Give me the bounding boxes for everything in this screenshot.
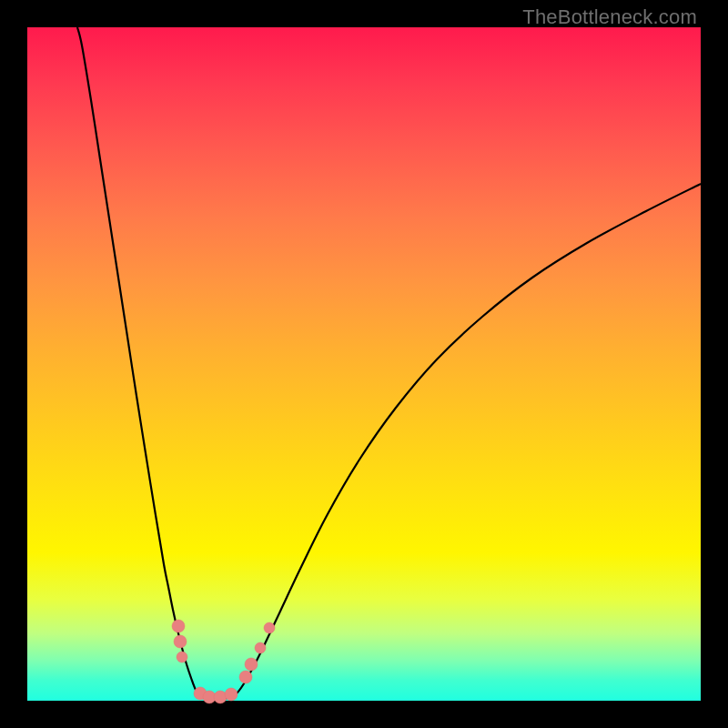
watermark-text: TheBottleneck.com (522, 5, 697, 29)
data-marker (174, 635, 187, 648)
data-marker (239, 671, 252, 683)
data-marker (172, 620, 185, 632)
bottleneck-curve (77, 27, 701, 699)
data-marker (245, 658, 258, 671)
data-marker (177, 652, 187, 662)
data-marker (214, 691, 227, 703)
data-marker (255, 642, 266, 653)
marker-group (172, 620, 275, 703)
data-marker (225, 688, 238, 701)
curve-layer (27, 27, 701, 701)
plot-area (27, 27, 701, 701)
data-marker (264, 622, 275, 633)
chart-frame: TheBottleneck.com (0, 0, 728, 728)
